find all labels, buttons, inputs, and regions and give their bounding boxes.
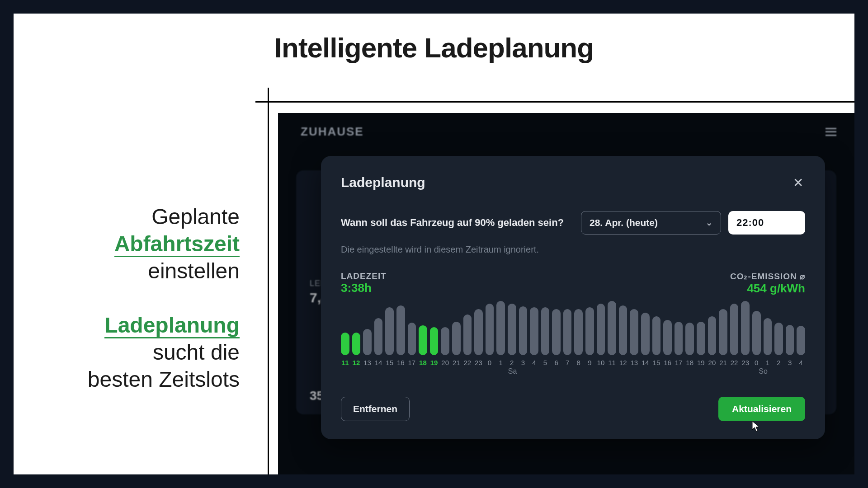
- chart-bar: [408, 323, 416, 355]
- chart-bar: [786, 325, 794, 355]
- chart-hour-label: 9: [585, 359, 594, 366]
- chart-bar: [530, 307, 538, 355]
- ladezeit-label: LADEZEIT: [341, 271, 387, 281]
- sidebar-text: Geplante: [151, 205, 240, 229]
- chart-bar: [474, 309, 483, 355]
- sidebar-text: besten Zeitslots: [88, 367, 240, 391]
- chart-hour-label: 21: [719, 359, 727, 366]
- chart-hour-label: 12: [619, 359, 627, 366]
- co2-value: 454 g/kWh: [730, 282, 805, 296]
- menu-icon[interactable]: [826, 128, 836, 136]
- chart-bar: [385, 307, 394, 355]
- chart-bar: [496, 301, 505, 355]
- chart-hour-label: 1: [496, 359, 505, 366]
- chart-bar: [652, 316, 661, 355]
- location-label: ZUHAUSE: [301, 125, 364, 139]
- chart-bar: [441, 327, 449, 355]
- sidebar-highlight-abfahrtszeit: Abfahrtszeit: [114, 232, 240, 257]
- chart-bar: [730, 304, 739, 355]
- chart-hour-label: 13: [363, 359, 372, 366]
- chart-hour-label: 6: [552, 359, 561, 366]
- chart-bar: [352, 333, 361, 355]
- app-screenshot: ZUHAUSE LEI 7,4 35% 103 km morgen 12:00 …: [278, 113, 854, 474]
- chart-bar: [563, 309, 572, 355]
- chart-hour-label: 0: [486, 359, 494, 366]
- chart-hour-label: 4: [530, 359, 538, 366]
- chart-hour-label: 19: [697, 359, 705, 366]
- date-select[interactable]: 28. Apr. (heute) ⌄: [581, 211, 721, 235]
- chart-hour-label: 14: [374, 359, 383, 366]
- chart-hour-label: 11: [341, 359, 349, 366]
- cursor-icon: [752, 421, 761, 432]
- chart-hour-label: 3: [519, 359, 528, 366]
- chart-bar: [430, 327, 439, 355]
- chart-hour-label: 1: [764, 359, 772, 366]
- chart-bar: [597, 304, 605, 355]
- chart-hour-label: 23: [474, 359, 483, 366]
- divider-horizontal: [255, 101, 854, 103]
- time-input[interactable]: [728, 211, 805, 235]
- chart-hour-label: 18: [685, 359, 694, 366]
- chart-bar: [363, 329, 372, 355]
- chart-hour-label: 17: [675, 359, 683, 366]
- co2-label: CO₂-EMISSION ⌀: [730, 271, 805, 282]
- chart-hour-label: 3: [786, 359, 794, 366]
- chart-bar: [608, 301, 616, 355]
- charge-planning-modal: Ladeplanung ✕ Wann soll das Fahrzeug auf…: [321, 156, 825, 439]
- question-label: Wann soll das Fahrzeug auf 90% geladen s…: [341, 217, 574, 229]
- chart-hour-label: 23: [741, 359, 750, 366]
- chart-bar: [585, 307, 594, 355]
- day-label-so: So: [759, 367, 768, 375]
- sidebar-highlight-ladeplanung: Ladeplanung: [104, 313, 240, 338]
- hint-text: Die eingestellte wird in diesem Zeitraum…: [341, 244, 805, 255]
- chart-bar: [675, 322, 683, 355]
- divider-vertical: [268, 88, 269, 474]
- chart-bar: [486, 304, 494, 355]
- chart-hour-label: 20: [441, 359, 449, 366]
- chart-bar: [774, 323, 783, 355]
- ladezeit-value: 3:38h: [341, 281, 387, 295]
- chart-hour-label: 8: [574, 359, 583, 366]
- chart-hour-label: 17: [408, 359, 416, 366]
- chart-bar: [519, 306, 528, 355]
- sidebar-text: sucht die: [153, 340, 240, 364]
- sidebar-text: einstellen: [148, 259, 240, 283]
- chart-bar: [719, 309, 727, 355]
- chart-bar: [741, 301, 750, 355]
- chart-hour-label: 11: [608, 359, 616, 366]
- chart-bar: [797, 326, 805, 355]
- chart-hour-label: 13: [630, 359, 638, 366]
- chart-hour-label: 16: [396, 359, 405, 366]
- chart-hour-label: 19: [430, 359, 439, 366]
- chart-bar: [641, 313, 650, 355]
- remove-button[interactable]: Entfernen: [341, 397, 410, 421]
- chevron-down-icon: ⌄: [706, 218, 712, 228]
- chart-bar: [764, 318, 772, 355]
- page-title: Intelligente Ladeplanung: [14, 14, 854, 77]
- chart-bar: [708, 316, 717, 355]
- chart-hour-label: 15: [385, 359, 394, 366]
- date-selected-value: 28. Apr. (heute): [590, 217, 658, 228]
- chart-bar: [419, 325, 427, 355]
- chart-hour-label: 18: [419, 359, 427, 366]
- chart-hour-label: 5: [541, 359, 550, 366]
- chart-hour-label: 2: [774, 359, 783, 366]
- chart-hour-label: 15: [652, 359, 661, 366]
- chart-hour-label: 14: [641, 359, 650, 366]
- chart-bar: [374, 318, 383, 355]
- chart-hour-label: 10: [597, 359, 605, 366]
- chart-bar: [341, 333, 349, 355]
- update-button[interactable]: Aktualisieren: [718, 397, 805, 421]
- chart-hour-label: 21: [452, 359, 461, 366]
- day-label-sa: Sa: [508, 367, 517, 375]
- chart-bar: [685, 323, 694, 355]
- chart-bar: [541, 307, 550, 355]
- close-icon[interactable]: ✕: [791, 175, 805, 190]
- chart-hour-label: 7: [563, 359, 572, 366]
- chart-hour-label: 4: [797, 359, 805, 366]
- chart-hour-label: 12: [352, 359, 361, 366]
- chart-hour-label: 0: [752, 359, 761, 366]
- chart-hour-label: 20: [708, 359, 717, 366]
- chart-bar: [452, 322, 461, 355]
- modal-title: Ladeplanung: [341, 175, 425, 190]
